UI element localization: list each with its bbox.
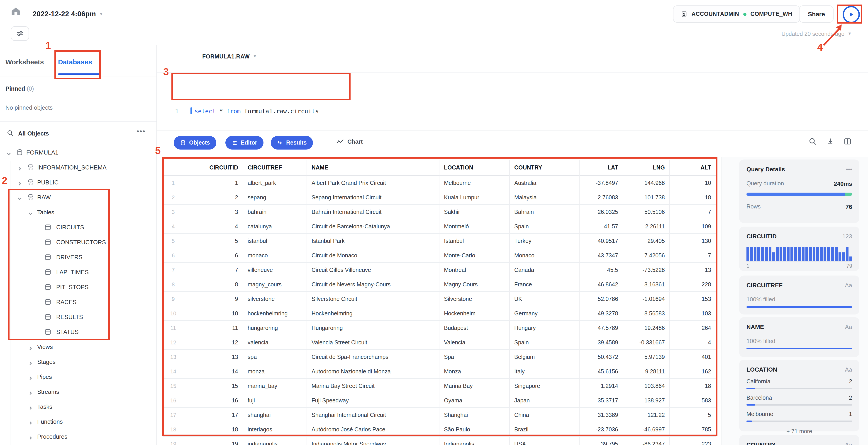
chevron-right-icon[interactable]: [28, 360, 33, 364]
filters-button[interactable]: [11, 26, 29, 41]
chevron-right-icon[interactable]: [28, 404, 33, 409]
more-options-icon[interactable]: •••: [846, 166, 852, 173]
location-value-row: Melbourne1: [746, 411, 852, 422]
chevron-right-icon[interactable]: [28, 434, 33, 439]
table-icon: [44, 299, 51, 305]
context-tab[interactable]: FORMULA1.RAW▼: [202, 54, 257, 60]
column-header-country[interactable]: COUNTRY: [510, 160, 580, 176]
tree-item-procedures[interactable]: Procedures: [0, 429, 156, 444]
circuitref-filled: 100% filled: [746, 296, 852, 303]
search-results-icon[interactable]: [809, 137, 818, 146]
table-row[interactable]: 1818interlagosAutódromo José Carlos Pace…: [163, 422, 716, 437]
table-row[interactable]: 1313spaCircuit de Spa-FrancorchampsSpaBe…: [163, 350, 716, 364]
editor-lines-icon: [232, 140, 238, 146]
chevron-right-icon[interactable]: [28, 344, 33, 349]
tree-item-streams[interactable]: Streams: [0, 384, 156, 399]
tree-item-information_schema[interactable]: INFORMATION_SCHEMA: [0, 160, 156, 175]
column-header-rownum[interactable]: [163, 160, 184, 176]
more-options-icon[interactable]: •••: [136, 127, 146, 136]
table-row[interactable]: 1919indianapolisIndianapolis Motor Speed…: [163, 437, 716, 445]
tree-item-formula1[interactable]: FORMULA1: [0, 145, 156, 160]
results-pill-button[interactable]: Results: [271, 136, 313, 149]
table-row[interactable]: 55istanbulIstanbul ParkIstanbulTurkey40.…: [163, 234, 716, 248]
tab-worksheets[interactable]: Worksheets: [5, 58, 44, 66]
table-cell: 103: [670, 306, 716, 321]
circuitid-histogram[interactable]: [746, 247, 852, 262]
tree-item-stages[interactable]: Stages: [0, 354, 156, 369]
table-row[interactable]: 1616fujiFuji SpeedwayOyamaJapan35.371713…: [163, 393, 716, 408]
tab-databases[interactable]: Databases: [58, 58, 92, 66]
column-header-alt[interactable]: ALT: [670, 160, 716, 176]
object-search[interactable]: All Objects •••: [0, 126, 156, 141]
table-row[interactable]: 77villeneuveCircuit Gilles VilleneuveMon…: [163, 263, 716, 277]
location-value-row: California2: [746, 378, 852, 389]
chevron-right-icon[interactable]: [28, 374, 33, 379]
tree-item-views[interactable]: Views: [0, 339, 156, 354]
column-header-location[interactable]: LOCATION: [439, 160, 510, 176]
chevron-right-icon[interactable]: [17, 165, 22, 170]
download-icon[interactable]: [826, 137, 835, 146]
table-row[interactable]: 11albert_parkAlbert Park Grand Prix Circ…: [163, 176, 716, 190]
location-more-link[interactable]: + 71 more: [746, 428, 852, 435]
table-row[interactable]: 1010hockenheimringHockenheimringHockenhe…: [163, 306, 716, 321]
chevron-down-icon[interactable]: [6, 150, 11, 155]
tree-item-lap_times[interactable]: LAP_TIMES: [0, 265, 156, 280]
home-icon[interactable]: [10, 5, 24, 19]
columns-panel-icon[interactable]: [843, 137, 852, 146]
sql-line[interactable]: 1select * from formula1.raw.circuits: [175, 107, 319, 116]
row-number: 4: [163, 219, 184, 234]
tree-item-functions[interactable]: Functions: [0, 414, 156, 429]
column-header-circuitid[interactable]: CIRCUITID: [184, 160, 243, 176]
table-cell: Silverstone Circuit: [307, 292, 439, 306]
row-number: 5: [163, 234, 184, 248]
table-row[interactable]: 1717shanghaiShanghai International Circu…: [163, 408, 716, 422]
table-cell: albert_park: [243, 176, 307, 190]
tree-item-drivers[interactable]: DRIVERS: [0, 250, 156, 265]
chevron-down-icon[interactable]: [28, 210, 33, 215]
chevron-right-icon[interactable]: [28, 389, 33, 394]
table-cell: 10: [670, 176, 716, 190]
tree-item-raw[interactable]: RAW: [0, 190, 156, 205]
table-row[interactable]: 1111hungaroringHungaroringBudapestHungar…: [163, 321, 716, 335]
objects-pill-button[interactable]: Objects: [174, 136, 216, 149]
chart-tab[interactable]: Chart: [337, 138, 363, 145]
chevron-right-icon[interactable]: [17, 180, 22, 185]
table-row[interactable]: 44catalunyaCircuit de Barcelona-Cataluny…: [163, 219, 716, 234]
tree-item-races[interactable]: RACES: [0, 295, 156, 309]
tree-item-public[interactable]: PUBLIC: [0, 175, 156, 190]
table-row[interactable]: 1212valenciaValencia Street CircuitValen…: [163, 335, 716, 350]
table-row[interactable]: 33bahrainBahrain International CircuitSa…: [163, 205, 716, 219]
tree-item-tables[interactable]: Tables: [0, 205, 156, 220]
chevron-right-icon[interactable]: [28, 419, 33, 424]
table-row[interactable]: 88magny_coursCircuit de Nevers Magny-Cou…: [163, 277, 716, 292]
table-row[interactable]: 99silverstoneSilverstone CircuitSilverst…: [163, 292, 716, 306]
tree-item-circuits[interactable]: CIRCUITS: [0, 220, 156, 235]
context-pill[interactable]: ACCOUNTADMIN COMPUTE_WH: [673, 5, 800, 23]
tree-item-constructors[interactable]: CONSTRUCTORS: [0, 235, 156, 250]
table-row[interactable]: 22sepangSepang International CircuitKual…: [163, 190, 716, 205]
run-button[interactable]: [843, 6, 860, 23]
table-row[interactable]: 1515marina_bayMarina Bay Street CircuitM…: [163, 379, 716, 393]
tree-item-pipes[interactable]: Pipes: [0, 369, 156, 384]
tree-item-tasks[interactable]: Tasks: [0, 399, 156, 414]
share-button[interactable]: Share: [799, 5, 834, 23]
tree-item-status[interactable]: STATUS: [0, 324, 156, 339]
histogram-bar: [791, 247, 794, 261]
table-row[interactable]: 1414monzaAutodromo Nazionale di MonzaMon…: [163, 364, 716, 379]
column-header-lng[interactable]: LNG: [623, 160, 670, 176]
table-row[interactable]: 66monacoCircuit de MonacoMonte-CarloMona…: [163, 248, 716, 263]
worksheet-title[interactable]: 2022-12-22 4:06pm▼: [33, 10, 103, 18]
editor-pill-button[interactable]: Editor: [225, 136, 264, 149]
tree-item-snowflake[interactable]: SNOWFLAKE: [0, 444, 156, 445]
column-header-circuitref[interactable]: CIRCUITREF: [243, 160, 307, 176]
tree-item-label: PUBLIC: [37, 179, 59, 186]
updated-status[interactable]: Updated 20 seconds ago▼: [781, 31, 852, 37]
table-cell: catalunya: [243, 219, 307, 234]
sql-editor[interactable]: 1select * from formula1.raw.circuits: [157, 73, 868, 131]
tree-item-results[interactable]: RESULTS: [0, 309, 156, 324]
column-header-name[interactable]: NAME: [307, 160, 439, 176]
chevron-down-icon[interactable]: [17, 195, 22, 200]
tree-item-pit_stops[interactable]: PIT_STOPS: [0, 280, 156, 295]
table-cell: 18: [670, 379, 716, 393]
column-header-lat[interactable]: LAT: [580, 160, 623, 176]
